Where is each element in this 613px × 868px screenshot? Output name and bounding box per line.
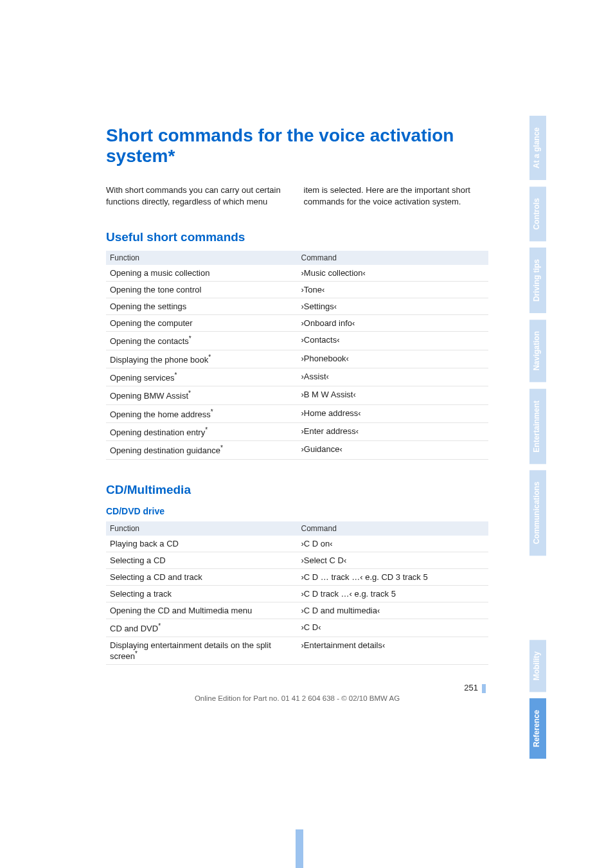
- table-cd-dvd-drive: Function Command Playing back a CD›C D o…: [106, 521, 488, 665]
- cell-function: CD and DVD*: [106, 619, 298, 637]
- footnote-star-icon: *: [211, 408, 213, 415]
- cell-command: ›Contacts‹: [298, 332, 489, 350]
- footnote-star-icon: *: [174, 372, 177, 379]
- cell-function: Opening services*: [106, 368, 298, 386]
- cell-function: Opening the contacts*: [106, 332, 298, 350]
- table-row: Opening the contacts*›Contacts‹: [106, 332, 488, 350]
- page-number: 251: [106, 683, 488, 693]
- side-tabs: At a glance Controls Driving tips Naviga…: [529, 116, 546, 759]
- cell-function: Displaying the phone book*: [106, 350, 298, 368]
- cell-function: Displaying entertainment details on the …: [106, 637, 298, 665]
- tab-at-a-glance[interactable]: At a glance: [529, 116, 546, 180]
- footnote-star-icon: *: [188, 390, 191, 397]
- table-row: Selecting a track›C D track …‹ e.g. trac…: [106, 585, 488, 602]
- page-number-mark-icon: [482, 684, 486, 693]
- footnote-star-icon: *: [135, 650, 138, 657]
- table-row: Opening services*›Assist‹: [106, 368, 488, 386]
- footnote-star-icon: *: [189, 335, 191, 342]
- cell-function: Opening destination entry*: [106, 423, 298, 441]
- footnote-star-icon: *: [158, 622, 161, 629]
- footnote-star-icon: *: [220, 444, 223, 451]
- table-row: Selecting a CD and track›C D … track …‹ …: [106, 568, 488, 585]
- cell-function: Opening destination guidance*: [106, 441, 298, 459]
- table-row: CD and DVD*›C D‹: [106, 619, 488, 637]
- table-row: Opening the CD and Multimedia menu›C D a…: [106, 602, 488, 619]
- cell-command: ›Music collection‹: [298, 265, 489, 282]
- cell-command: ›Phonebook‹: [298, 350, 489, 368]
- table-row: Opening destination guidance*›Guidance‹: [106, 441, 488, 459]
- cell-command: ›C D and multimedia‹: [298, 602, 489, 619]
- tab-reference[interactable]: Reference: [529, 698, 546, 759]
- cell-function: Opening the tone control: [106, 282, 298, 298]
- cell-command: ›C D on‹: [298, 536, 489, 552]
- cell-function: Playing back a CD: [106, 536, 298, 552]
- cell-command: ›Home address‹: [298, 404, 489, 422]
- cell-function: Selecting a CD: [106, 552, 298, 568]
- cell-command: ›Entertainment details‹: [298, 637, 489, 665]
- table-row: Opening destination entry*›Enter address…: [106, 423, 488, 441]
- tab-entertainment[interactable]: Entertainment: [529, 389, 546, 464]
- cell-command: ›Select C D‹: [298, 552, 489, 568]
- table-row: Displaying entertainment details on the …: [106, 637, 488, 665]
- tab-mobility[interactable]: Mobility: [529, 640, 546, 692]
- footnote-star-icon: *: [208, 354, 211, 361]
- cell-command: ›Onboard info‹: [298, 315, 489, 332]
- cell-function: Opening the settings: [106, 298, 298, 315]
- table-row: Opening the tone control›Tone‹: [106, 282, 488, 298]
- section-cd-multimedia: CD/Multimedia: [106, 483, 488, 497]
- table-row: Playing back a CD›C D on‹: [106, 536, 488, 552]
- page-title: Short commands for the voice activation …: [106, 125, 488, 167]
- cell-command: ›Assist‹: [298, 368, 489, 386]
- table-row: Opening BMW Assist*›B M W Assist‹: [106, 386, 488, 404]
- intro-right: item is selected. Here are the important…: [304, 185, 489, 207]
- intro-left: With short commands you can carry out ce…: [106, 185, 291, 207]
- cell-function: Opening BMW Assist*: [106, 386, 298, 404]
- tab-communications[interactable]: Communications: [529, 470, 546, 556]
- column-header-command: Command: [298, 251, 489, 265]
- cell-function: Selecting a track: [106, 585, 298, 602]
- section-useful-short-commands: Useful short commands: [106, 230, 488, 244]
- cell-command: ›B M W Assist‹: [298, 386, 489, 404]
- cell-command: ›Settings‹: [298, 298, 489, 315]
- cell-command: ›C D … track …‹ e.g. CD 3 track 5: [298, 568, 489, 585]
- table-row: Opening the computer›Onboard info‹: [106, 315, 488, 332]
- table-useful-short-commands: Function Command Opening a music collect…: [106, 251, 488, 459]
- table-row: Selecting a CD›Select C D‹: [106, 552, 488, 568]
- cell-function: Opening a music collection: [106, 265, 298, 282]
- table-row: Displaying the phone book*›Phonebook‹: [106, 350, 488, 368]
- cell-command: ›C D track …‹ e.g. track 5: [298, 585, 489, 602]
- cell-function: Selecting a CD and track: [106, 568, 298, 585]
- intro-paragraph: With short commands you can carry out ce…: [106, 185, 488, 207]
- table-row: Opening the settings›Settings‹: [106, 298, 488, 315]
- cell-command: ›Tone‹: [298, 282, 489, 298]
- page-number-value: 251: [464, 683, 478, 692]
- subsection-cd-dvd-drive: CD/DVD drive: [106, 506, 488, 516]
- column-header-function: Function: [106, 251, 298, 265]
- cell-function: Opening the home address*: [106, 404, 298, 422]
- footnote-star-icon: *: [205, 426, 208, 433]
- cell-command: ›Guidance‹: [298, 441, 489, 459]
- cell-function: Opening the computer: [106, 315, 298, 332]
- table-row: Opening the home address*›Home address‹: [106, 404, 488, 422]
- page-content: Short commands for the voice activation …: [106, 125, 488, 702]
- cell-command: ›C D‹: [298, 619, 489, 637]
- document-page: Short commands for the voice activation …: [0, 0, 613, 868]
- cell-command: ›Enter address‹: [298, 423, 489, 441]
- column-header-command: Command: [298, 521, 489, 536]
- tab-controls[interactable]: Controls: [529, 186, 546, 241]
- edition-line: Online Edition for Part no. 01 41 2 604 …: [106, 694, 488, 702]
- column-header-function: Function: [106, 521, 298, 536]
- bottom-mark-icon: [296, 829, 303, 868]
- cell-function: Opening the CD and Multimedia menu: [106, 602, 298, 619]
- tab-navigation[interactable]: Navigation: [529, 320, 546, 382]
- tab-driving-tips[interactable]: Driving tips: [529, 248, 546, 313]
- table-row: Opening a music collection›Music collect…: [106, 265, 488, 282]
